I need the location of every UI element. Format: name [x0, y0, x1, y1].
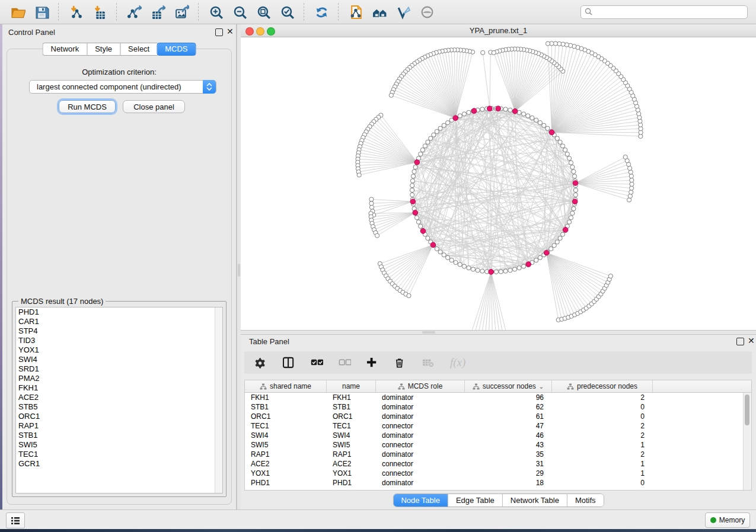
tab-mcds[interactable]: MCDS: [157, 43, 196, 56]
cell-shared_name[interactable]: TEC1: [245, 421, 327, 431]
cell-name[interactable]: FKH1: [327, 393, 376, 402]
network-node[interactable]: [429, 136, 433, 140]
network-node[interactable]: [538, 121, 542, 125]
cell-mcds_role[interactable]: connector: [376, 440, 465, 450]
cell-name[interactable]: PHD1: [327, 478, 376, 488]
close-panel-button[interactable]: Close panel: [123, 100, 185, 113]
network-node[interactable]: [438, 250, 442, 254]
zoom-out-button[interactable]: [229, 2, 250, 21]
network-node[interactable]: [442, 123, 446, 127]
cell-name[interactable]: RAP1: [327, 450, 376, 459]
mcds-node[interactable]: [563, 227, 568, 233]
network-node[interactable]: [517, 266, 521, 270]
network-node[interactable]: [549, 246, 553, 251]
cell-successor_nodes[interactable]: 62: [465, 402, 552, 412]
network-node[interactable]: [534, 258, 538, 262]
cell-shared_name[interactable]: PHD1: [245, 478, 327, 488]
network-node[interactable]: [467, 266, 471, 270]
table-scrollbar[interactable]: [743, 393, 751, 490]
float-table-panel-icon[interactable]: [736, 338, 744, 345]
table-row[interactable]: STB1STB1dominator620: [245, 402, 751, 412]
network-node[interactable]: [499, 270, 503, 274]
mcds-node[interactable]: [430, 242, 436, 248]
cell-shared_name[interactable]: STB1: [245, 402, 327, 412]
table-row[interactable]: SWI5SWI5connector431: [245, 440, 751, 450]
cell-mcds_role[interactable]: connector: [376, 459, 465, 469]
tab-network-table[interactable]: Network Table: [503, 494, 567, 507]
leaf-node[interactable]: [492, 50, 496, 55]
cell-name[interactable]: SWI4: [327, 431, 376, 440]
zoom-selected-button[interactable]: [277, 2, 297, 21]
network-node[interactable]: [508, 268, 512, 273]
leaf-node[interactable]: [623, 155, 627, 159]
table-row[interactable]: PHD1PHD1dominator180: [245, 478, 751, 488]
network-node[interactable]: [552, 243, 556, 248]
save-session-button[interactable]: [31, 2, 52, 21]
network-node[interactable]: [419, 224, 423, 228]
table-row[interactable]: FKH1FKH1dominator962: [245, 393, 751, 402]
cell-predecessor_nodes[interactable]: 0: [552, 402, 653, 412]
cell-successor_nodes[interactable]: 35: [465, 450, 552, 459]
network-node[interactable]: [432, 133, 436, 137]
float-panel-icon[interactable]: [215, 28, 223, 36]
export-table-button[interactable]: [148, 2, 168, 21]
network-canvas[interactable]: [241, 37, 756, 330]
network-node[interactable]: [414, 216, 419, 220]
network-node[interactable]: [573, 188, 578, 192]
mcds-node[interactable]: [487, 106, 493, 111]
zoom-fit-button[interactable]: [253, 2, 273, 21]
leaf-node[interactable]: [369, 205, 374, 209]
cell-predecessor_nodes[interactable]: 2: [552, 450, 653, 459]
tab-node-table[interactable]: Node Table: [393, 494, 448, 507]
network-node[interactable]: [561, 232, 565, 236]
mcds-node[interactable]: [572, 199, 578, 204]
network-node[interactable]: [522, 112, 526, 116]
leaf-node[interactable]: [630, 178, 634, 182]
mcds-node[interactable]: [413, 210, 418, 216]
leaf-node[interactable]: [628, 194, 632, 198]
network-node[interactable]: [442, 253, 446, 257]
leaf-node[interactable]: [375, 233, 379, 238]
network-node[interactable]: [458, 262, 462, 267]
cell-successor_nodes[interactable]: 18: [465, 478, 552, 488]
cell-successor_nodes[interactable]: 31: [465, 459, 552, 469]
import-table-button[interactable]: [90, 2, 110, 21]
cell-mcds_role[interactable]: dominator: [376, 412, 465, 421]
cell-mcds_role[interactable]: dominator: [376, 478, 465, 488]
network-node[interactable]: [572, 207, 576, 211]
zoom-in-button[interactable]: [206, 2, 226, 21]
network-node[interactable]: [412, 169, 416, 174]
result-list-scrollbar[interactable]: [215, 307, 222, 493]
leaf-node[interactable]: [608, 274, 613, 278]
memory-button[interactable]: Memory: [705, 512, 750, 528]
cell-name[interactable]: ACE2: [327, 459, 376, 469]
network-node[interactable]: [555, 136, 559, 140]
cell-mcds_role[interactable]: dominator: [376, 431, 465, 440]
column-header-name[interactable]: name: [327, 380, 376, 392]
table-row[interactable]: SWI4SWI4dominator462: [245, 431, 751, 440]
mcds-node[interactable]: [489, 270, 494, 275]
table-row[interactable]: YOX1YOX1connector291: [245, 469, 751, 478]
network-node[interactable]: [542, 123, 546, 127]
network-node[interactable]: [526, 114, 530, 118]
network-node[interactable]: [555, 240, 559, 244]
network-node[interactable]: [426, 236, 430, 241]
cell-mcds_role[interactable]: dominator: [376, 393, 465, 402]
network-node[interactable]: [558, 140, 562, 144]
cell-predecessor_nodes[interactable]: 0: [552, 412, 653, 421]
export-network-button[interactable]: [124, 2, 144, 21]
table-row[interactable]: ORC1ORC1dominator610: [245, 412, 751, 421]
network-node[interactable]: [413, 165, 417, 169]
leaf-node[interactable]: [629, 190, 633, 194]
network-document-button[interactable]: [346, 2, 366, 21]
column-header-shared_name[interactable]: shared name: [245, 380, 327, 392]
network-node[interactable]: [480, 269, 484, 273]
run-mcds-button[interactable]: Run MCDS: [59, 100, 116, 113]
network-node[interactable]: [570, 165, 575, 169]
cell-mcds_role[interactable]: dominator: [376, 402, 465, 412]
deselect-all-button[interactable]: [339, 357, 351, 368]
close-table-panel-icon[interactable]: ✕: [748, 336, 755, 345]
mcds-node[interactable]: [573, 181, 578, 186]
columns-button[interactable]: [283, 357, 295, 368]
network-node[interactable]: [558, 236, 562, 241]
